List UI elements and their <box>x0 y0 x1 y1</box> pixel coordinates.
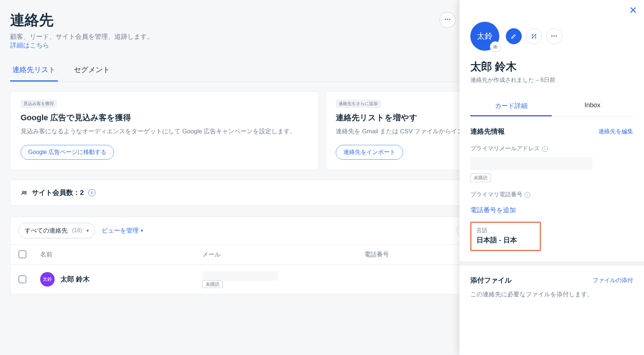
expand-button[interactable] <box>526 28 542 44</box>
col-header-name[interactable]: 名前 <box>40 250 202 259</box>
card-desc: 見込み客になるようなオーディエンスをターゲットにして Google 広告キャンペ… <box>21 127 308 136</box>
section-attachments: 添付ファイル <box>470 276 512 285</box>
card-action-google-ads[interactable]: Google 広告ページに移動する <box>21 145 114 160</box>
add-phone-link[interactable]: 電話番号を追加 <box>470 206 633 214</box>
svg-point-11 <box>495 46 496 48</box>
panel-tab-detail[interactable]: カード詳細 <box>470 96 552 116</box>
contact-created-meta: 連絡先が作成されました – 6日前 <box>470 76 633 84</box>
view-count: (16) <box>72 227 82 234</box>
card-google-ads: 見込み客を獲得 Google 広告で見込み客を獲得 見込み客になるようなオーディ… <box>10 91 319 170</box>
chevron-down-icon: ▾ <box>86 228 89 233</box>
section-divider <box>459 261 644 266</box>
language-box-highlighted: 言語 日本語 - 日本 <box>470 222 541 251</box>
tab-segments[interactable]: セグメント <box>72 60 112 82</box>
row-badge: 未購読 <box>202 280 223 288</box>
page-subtitle: 顧客、リード、サイト会員を管理、追跡します。 <box>10 32 153 41</box>
camera-icon[interactable] <box>490 41 501 52</box>
edit-contact-link[interactable]: 連絡先を編集 <box>598 128 633 135</box>
select-all-checkbox[interactable] <box>18 250 26 258</box>
view-name: すべての連絡先 <box>25 226 68 235</box>
card-action-import[interactable]: 連絡先をインポート <box>336 145 403 160</box>
page-title: 連絡先 <box>10 10 153 30</box>
members-count-label: サイト会員数：2 <box>32 188 84 197</box>
edit-button[interactable] <box>506 28 522 44</box>
section-contact-info: 連絡先情報 <box>470 127 505 136</box>
tab-contact-list[interactable]: 連絡先リスト <box>10 60 58 82</box>
avatar-large: 太鈴 <box>470 22 499 51</box>
info-icon[interactable]: i <box>542 146 548 152</box>
col-header-email[interactable]: メール <box>202 250 364 259</box>
contact-detail-panel: ✕ 太鈴 ··· 太郎 鈴木 連絡先が作成されました – 6日前 カード詳細 I… <box>459 0 644 355</box>
email-value-placeholder <box>470 157 593 170</box>
close-panel-button[interactable]: ✕ <box>628 5 638 15</box>
panel-more-button[interactable]: ··· <box>546 28 562 44</box>
avatar: 太鈴 <box>40 272 55 287</box>
row-email-placeholder <box>202 271 278 281</box>
attach-file-link[interactable]: ファイルの添付 <box>593 277 633 284</box>
primary-phone-label: プライマリ電話番号 i <box>470 191 633 199</box>
contact-name: 太郎 鈴木 <box>470 59 633 74</box>
view-selector-dropdown[interactable]: すべての連絡先 (16) ▾ <box>18 223 95 238</box>
more-actions-button[interactable]: ··· <box>440 12 456 28</box>
svg-point-1 <box>25 191 26 193</box>
card-tag: 連絡先をさらに追加 <box>336 100 381 108</box>
chevron-down-icon: ▾ <box>141 228 143 233</box>
row-checkbox[interactable] <box>18 275 26 283</box>
learn-more-link[interactable]: 詳細はこちら <box>10 41 153 50</box>
info-icon[interactable]: i <box>88 189 96 196</box>
members-icon <box>21 189 27 197</box>
panel-tab-inbox[interactable]: Inbox <box>552 96 633 116</box>
info-icon[interactable]: i <box>525 192 530 198</box>
attachments-hint: この連絡先に必要なファイルを添付します。 <box>470 290 633 298</box>
card-title: Google 広告で見込み客を獲得 <box>21 112 308 123</box>
manage-views-label: ビューを管理 <box>102 226 139 235</box>
row-name: 太郎 鈴木 <box>60 275 90 284</box>
svg-point-0 <box>22 191 24 193</box>
primary-email-label: プライマリメールアドレス i <box>470 145 633 153</box>
avatar-initials: 太鈴 <box>477 31 493 42</box>
language-value: 日本語 - 日本 <box>476 235 535 245</box>
manage-views-link[interactable]: ビューを管理 ▾ <box>102 226 143 235</box>
email-badge: 未購読 <box>470 174 491 182</box>
card-tag: 見込み客を獲得 <box>21 100 57 108</box>
language-label: 言語 <box>476 227 535 234</box>
